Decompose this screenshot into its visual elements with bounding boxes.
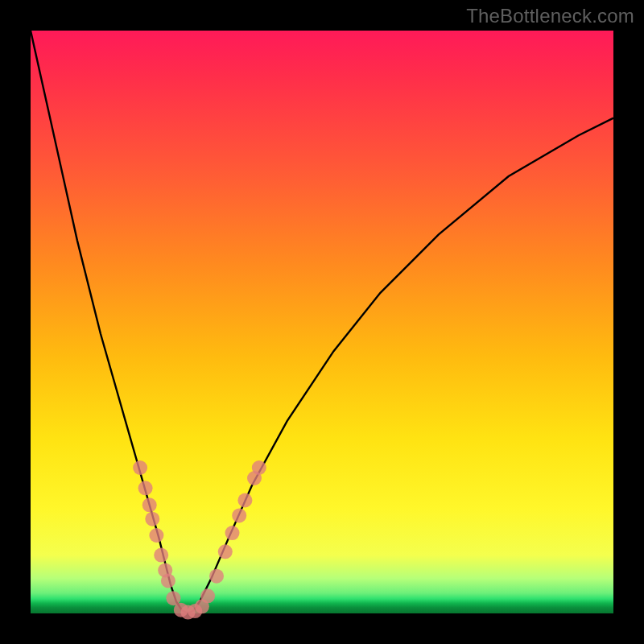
data-marker xyxy=(138,481,153,495)
data-marker xyxy=(209,569,224,584)
watermark-text: TheBottleneck.com xyxy=(466,5,634,27)
chart-stage: TheBottleneck.com xyxy=(0,0,644,644)
plot-area xyxy=(31,31,613,613)
data-marker xyxy=(200,588,215,603)
data-marker xyxy=(225,526,240,540)
data-marker xyxy=(218,544,233,559)
data-marker xyxy=(161,574,175,588)
data-marker xyxy=(154,548,168,563)
bottleneck-curve xyxy=(31,31,613,613)
data-marker xyxy=(232,508,246,522)
data-marker xyxy=(142,497,157,512)
chart-svg xyxy=(31,31,613,613)
data-marker xyxy=(133,460,147,475)
data-marker xyxy=(149,528,163,543)
marker-layer xyxy=(133,460,266,620)
data-marker xyxy=(237,493,252,508)
data-marker xyxy=(252,460,266,475)
data-marker xyxy=(145,512,159,526)
